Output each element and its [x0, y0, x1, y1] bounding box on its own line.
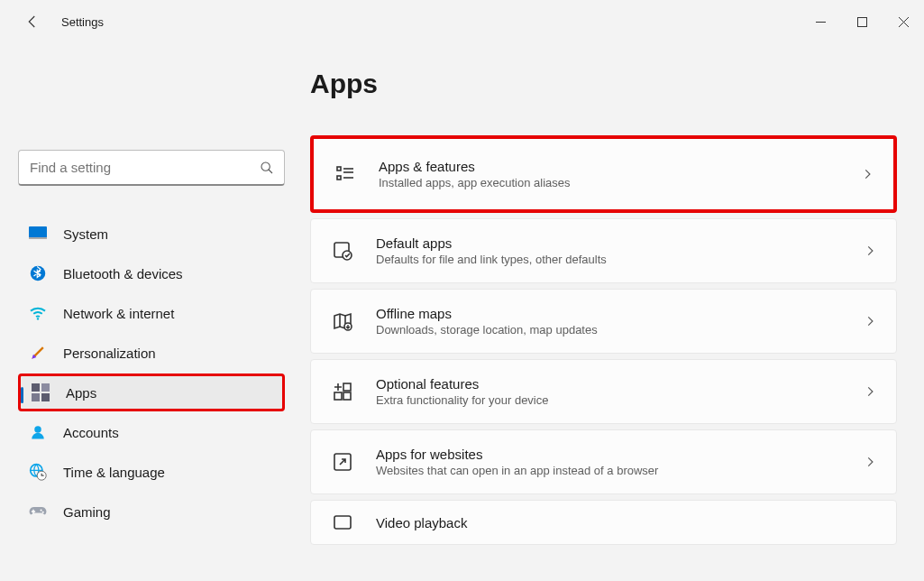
apps-icon — [32, 383, 50, 401]
page-title: Apps — [310, 69, 897, 99]
titlebar: Settings — [0, 0, 924, 43]
svg-rect-10 — [32, 383, 40, 392]
card-text: Apps & features Installed apps, app exec… — [379, 159, 839, 189]
sidebar-item-label: Time & language — [63, 465, 165, 480]
search-input[interactable] — [18, 150, 285, 186]
svg-rect-7 — [29, 237, 47, 239]
card-subtitle: Installed apps, app execution aliases — [379, 176, 839, 189]
svg-rect-29 — [343, 383, 351, 391]
close-icon — [899, 17, 909, 27]
sidebar-item-apps[interactable]: Apps — [18, 374, 285, 411]
card-subtitle: Extra functionality for your device — [376, 393, 842, 407]
svg-rect-6 — [29, 226, 47, 239]
svg-rect-19 — [337, 167, 341, 171]
svg-rect-27 — [334, 392, 342, 400]
svg-point-17 — [41, 510, 42, 512]
sidebar-item-system[interactable]: System — [18, 215, 285, 253]
card-offline-maps[interactable]: Offline maps Downloads, storage location… — [310, 289, 897, 354]
card-subtitle: Websites that can open in an app instead… — [376, 464, 842, 477]
chevron-right-icon — [864, 456, 876, 468]
maximize-icon — [857, 17, 867, 27]
sidebar-item-label: Apps — [66, 385, 96, 401]
svg-rect-31 — [334, 516, 351, 529]
card-video-playback[interactable]: Video playback — [310, 500, 897, 545]
sidebar-item-label: Network & internet — [63, 306, 174, 321]
grid-plus-icon — [331, 380, 354, 403]
card-text: Optional features Extra functionality fo… — [376, 376, 842, 407]
card-text: Offline maps Downloads, storage location… — [376, 306, 842, 337]
svg-point-18 — [42, 512, 44, 513]
back-arrow-icon — [24, 14, 41, 30]
card-text: Video playback — [376, 515, 876, 530]
chevron-right-icon — [861, 168, 874, 180]
close-button[interactable] — [883, 7, 924, 36]
bluetooth-icon — [29, 264, 47, 282]
svg-line-5 — [269, 170, 272, 173]
sidebar-item-label: Personalization — [63, 346, 156, 361]
chevron-right-icon — [864, 385, 876, 398]
sidebar-item-bluetooth[interactable]: Bluetooth & devices — [18, 254, 285, 292]
card-title: Default apps — [376, 235, 842, 251]
sidebar-item-label: Gaming — [63, 504, 111, 520]
sidebar-item-accounts[interactable]: Accounts — [18, 413, 285, 451]
card-text: Default apps Defaults for file and link … — [376, 235, 842, 266]
card-text: Apps for websites Websites that can open… — [376, 447, 842, 477]
card-default-apps[interactable]: Default apps Defaults for file and link … — [310, 218, 897, 283]
card-title: Offline maps — [376, 306, 842, 321]
video-icon — [331, 511, 354, 534]
search-icon — [260, 161, 274, 175]
sidebar-item-label: System — [63, 226, 108, 242]
svg-rect-13 — [41, 393, 50, 401]
sidebar-item-label: Bluetooth & devices — [63, 266, 183, 281]
map-icon — [331, 309, 354, 333]
sidebar-item-time-language[interactable]: Time & language — [18, 453, 285, 491]
window-title: Settings — [61, 15, 104, 29]
card-list: Apps & features Installed apps, app exec… — [310, 135, 897, 545]
svg-point-4 — [261, 162, 270, 171]
back-button[interactable] — [18, 7, 47, 36]
person-icon — [29, 423, 47, 441]
card-title: Apps & features — [379, 159, 839, 174]
open-link-icon — [331, 450, 354, 474]
chevron-right-icon — [864, 244, 876, 257]
wifi-icon — [29, 304, 47, 322]
sidebar-item-label: Accounts — [63, 425, 119, 440]
svg-point-9 — [37, 318, 39, 319]
system-icon — [29, 225, 47, 243]
svg-rect-11 — [41, 383, 50, 392]
card-subtitle: Downloads, storage location, map updates — [376, 323, 842, 337]
svg-rect-12 — [32, 393, 40, 401]
sidebar: System Bluetooth & devices Network & int… — [0, 43, 296, 581]
default-apps-icon — [331, 239, 354, 263]
window-controls — [800, 7, 924, 36]
sidebar-item-network[interactable]: Network & internet — [18, 294, 285, 332]
svg-point-14 — [34, 426, 41, 433]
globe-clock-icon — [29, 463, 47, 481]
minimize-icon — [816, 17, 826, 27]
chevron-right-icon — [864, 315, 876, 327]
card-title: Video playback — [376, 515, 876, 530]
svg-rect-20 — [337, 176, 341, 180]
card-apps-websites[interactable]: Apps for websites Websites that can open… — [310, 429, 897, 494]
sidebar-item-personalization[interactable]: Personalization — [18, 334, 285, 372]
card-optional-features[interactable]: Optional features Extra functionality fo… — [310, 359, 897, 424]
card-title: Optional features — [376, 376, 842, 392]
main-content: Apps Apps & features Installed apps, app… — [296, 43, 924, 581]
maximize-button[interactable] — [841, 7, 883, 36]
list-icon — [334, 162, 357, 186]
sidebar-item-gaming[interactable]: Gaming — [18, 493, 285, 530]
card-apps-features[interactable]: Apps & features Installed apps, app exec… — [310, 135, 897, 213]
nav-list: System Bluetooth & devices Network & int… — [18, 215, 285, 530]
card-subtitle: Defaults for file and link types, other … — [376, 253, 842, 266]
svg-rect-28 — [343, 392, 351, 400]
paintbrush-icon — [29, 344, 47, 362]
card-title: Apps for websites — [376, 447, 842, 462]
minimize-button[interactable] — [800, 7, 841, 36]
svg-rect-1 — [857, 17, 866, 26]
search-wrap — [18, 150, 285, 186]
gamepad-icon — [29, 503, 47, 521]
